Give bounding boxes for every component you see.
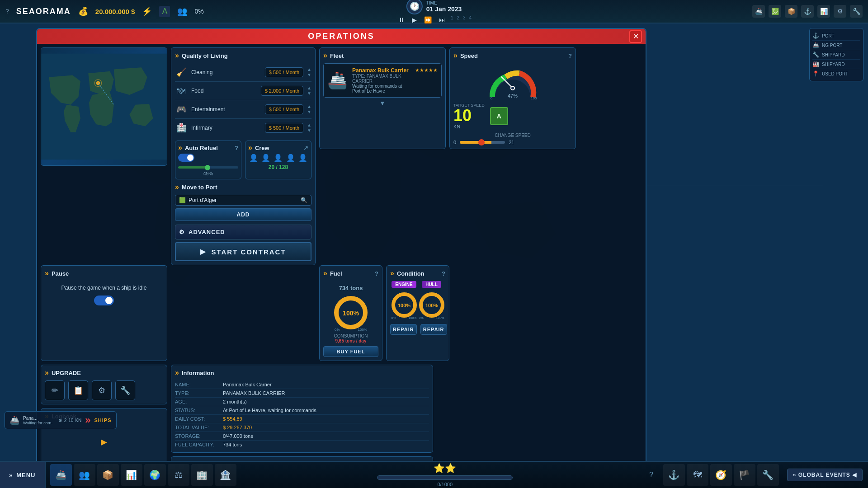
- qol-entertainment-arrows[interactable]: ▲ ▼: [307, 104, 311, 114]
- qol-item-cleaning: 🧹 Cleaning $ 500 / Month ▲ ▼: [175, 63, 311, 82]
- cleaning-up-btn[interactable]: ▲: [307, 67, 311, 72]
- engine-gauge-min: 0%: [392, 316, 396, 319]
- svg-text:100%: 100%: [425, 303, 438, 308]
- app-title: SEAORAMA: [16, 7, 71, 16]
- cleaning-down-btn[interactable]: ▼: [307, 73, 311, 77]
- nav-bank-button[interactable]: 🏦: [215, 464, 236, 486]
- entertainment-up-btn[interactable]: ▲: [307, 104, 311, 109]
- speed-slider[interactable]: [460, 141, 505, 144]
- close-button[interactable]: ✕: [629, 30, 642, 43]
- auto-refuel-slider[interactable]: [178, 166, 238, 169]
- auto-refuel-header: » Auto Refuel ?: [178, 144, 238, 152]
- qol-cleaning-arrows[interactable]: ▲ ▼: [307, 67, 311, 77]
- fuel-help-icon[interactable]: ?: [375, 270, 378, 277]
- bottom-xp-text: 0/1000: [437, 482, 453, 487]
- buy-fuel-button[interactable]: BUY FUEL: [323, 346, 378, 357]
- nav-crew-button[interactable]: 👥: [74, 464, 95, 486]
- play-btn[interactable]: ▶: [410, 15, 419, 24]
- market-icon[interactable]: 📊: [817, 5, 830, 18]
- upgrade-list-button[interactable]: 📋: [68, 380, 88, 400]
- mid-row: » Pause Pause the game when a ship is id…: [41, 265, 642, 361]
- fleet-ship-card[interactable]: 🚢 Panamax Bulk Carrier TYPE: PANAMAX BUL…: [323, 63, 442, 98]
- nav-globe-button[interactable]: 🌍: [144, 464, 166, 486]
- entertainment-down-btn[interactable]: ▼: [307, 110, 311, 114]
- global-events-label: GLOBAL EVENTS: [798, 472, 850, 478]
- ships-icon: 🚢: [9, 415, 19, 425]
- port-search-icon[interactable]: 🔍: [301, 197, 307, 203]
- settings-icon-top[interactable]: ⚙: [834, 5, 846, 18]
- qol-infirmary-arrows[interactable]: ▲ ▼: [307, 123, 311, 133]
- time-center: 🕐 TIME 01 Jan 2023 ⏸ ▶ ⏩ ⏭ 1 2 3 4: [396, 0, 472, 24]
- qol-food-arrows[interactable]: ▲ ▼: [307, 86, 311, 96]
- bottom-nav: 🚢 👥 📦 📊 🌍 ⚖ 🏢 🏦: [46, 462, 241, 488]
- food-down-btn[interactable]: ▼: [307, 91, 311, 96]
- faster-btn[interactable]: ⏭: [437, 15, 447, 24]
- pause-toggle-knob: [105, 297, 113, 304]
- svg-text:100%: 100%: [397, 303, 410, 308]
- nav-icon-1[interactable]: ⚡: [142, 6, 152, 16]
- nav-map-button[interactable]: 🗺: [687, 464, 708, 486]
- nav-icon-2[interactable]: A: [159, 6, 170, 17]
- fast-btn[interactable]: ⏩: [422, 15, 434, 24]
- nav-ship-button[interactable]: 🚢: [50, 464, 72, 486]
- crew-title: Crew: [255, 145, 269, 151]
- cleaning-icon: 🧹: [175, 66, 188, 79]
- svg-text:0: 0: [491, 96, 493, 99]
- start-contract-button[interactable]: ▶ START CONTRACT: [175, 242, 311, 261]
- auto-refuel-toggle[interactable]: [178, 154, 194, 162]
- auto-refuel-arrow-icon: »: [178, 144, 182, 152]
- trade-icon[interactable]: 📦: [785, 5, 797, 18]
- nav-compass-button[interactable]: 🧭: [710, 464, 732, 486]
- nav-flag-button[interactable]: 🏴: [734, 464, 755, 486]
- qol-item-entertainment: 🎮 Entertainment $ 500 / Month ▲ ▼: [175, 100, 311, 119]
- speed-section: » Speed ?: [449, 47, 576, 149]
- crew-external-link-icon[interactable]: ↗: [303, 145, 308, 151]
- qol-section: » Quality of Living 🧹 Cleaning $ 500 / M…: [171, 47, 316, 265]
- condition-help-icon[interactable]: ?: [442, 270, 445, 277]
- nav-icon-3[interactable]: 👥: [177, 6, 187, 16]
- ships-section-btn[interactable]: »: [85, 414, 90, 426]
- upgrade-tool-button[interactable]: 🔧: [115, 380, 135, 400]
- auto-refuel-help-icon[interactable]: ?: [235, 145, 238, 151]
- qol-item-infirmary: 🏥 Infirmary $ 500 / Month ▲ ▼: [175, 119, 311, 137]
- pause-arrow-icon: »: [45, 269, 49, 277]
- speed-auto-button[interactable]: A: [490, 107, 508, 125]
- add-port-button[interactable]: ADD: [175, 208, 311, 221]
- food-up-btn[interactable]: ▲: [307, 86, 311, 90]
- info-value-storage: 0/47.000 tons: [223, 433, 253, 439]
- nav-anchor-button[interactable]: ⚓: [663, 464, 685, 486]
- pause-btn[interactable]: ⏸: [396, 15, 406, 24]
- top-bar: ? SEAORAMA 💰 20.000.000 $ ⚡ A 👥 0% 🕐 TIM…: [0, 0, 868, 23]
- upgrade-edit-button[interactable]: ✏: [45, 380, 65, 400]
- upgrade-settings-button[interactable]: ⚙: [92, 380, 112, 400]
- nav-trade-button[interactable]: ⚖: [168, 464, 189, 486]
- nav-building-button[interactable]: 🏢: [191, 464, 213, 486]
- menu-button[interactable]: » MENU: [0, 462, 46, 488]
- side-port-icon: ⚓: [812, 33, 819, 39]
- global-events-button[interactable]: » GLOBAL EVENTS ◀: [787, 469, 863, 481]
- nav-wrench-button[interactable]: 🔧: [757, 464, 779, 486]
- info-value-type: PANAMAX BULK CARRIER: [223, 390, 285, 396]
- qol-items: 🧹 Cleaning $ 500 / Month ▲ ▼ 🍽 Food: [175, 63, 311, 137]
- advanced-button[interactable]: ⚙ ADVANCED: [175, 225, 311, 239]
- nav-chart-button[interactable]: 📊: [121, 464, 142, 486]
- help-icon[interactable]: ?: [5, 8, 9, 15]
- info-row-type: TYPE: PANAMAX BULK CARRIER: [175, 389, 429, 398]
- infirmary-down-btn[interactable]: ▼: [307, 128, 311, 133]
- bottom-help-icon[interactable]: ?: [649, 471, 653, 479]
- repair-engine-button[interactable]: REPAIR: [390, 324, 417, 335]
- nav-cargo-button[interactable]: 📦: [97, 464, 119, 486]
- speed-help-icon[interactable]: ?: [568, 52, 572, 59]
- fleet-expand-icon[interactable]: ▼: [323, 99, 442, 107]
- port-icon[interactable]: ⚓: [801, 5, 814, 18]
- fleet-arrow-icon: »: [323, 52, 327, 60]
- svg-point-8: [511, 87, 514, 89]
- pause-toggle[interactable]: [94, 296, 114, 305]
- settings-icon-2[interactable]: 🔧: [850, 5, 863, 18]
- info-value-total-value: $ 29.267.370: [223, 425, 252, 430]
- finance-icon[interactable]: 💹: [769, 5, 781, 18]
- repair-hull-button[interactable]: REPAIR: [420, 324, 447, 335]
- fuel-tons-value: 734 tons: [339, 285, 363, 291]
- infirmary-up-btn[interactable]: ▲: [307, 123, 311, 127]
- fleet-icon[interactable]: 🚢: [752, 5, 765, 18]
